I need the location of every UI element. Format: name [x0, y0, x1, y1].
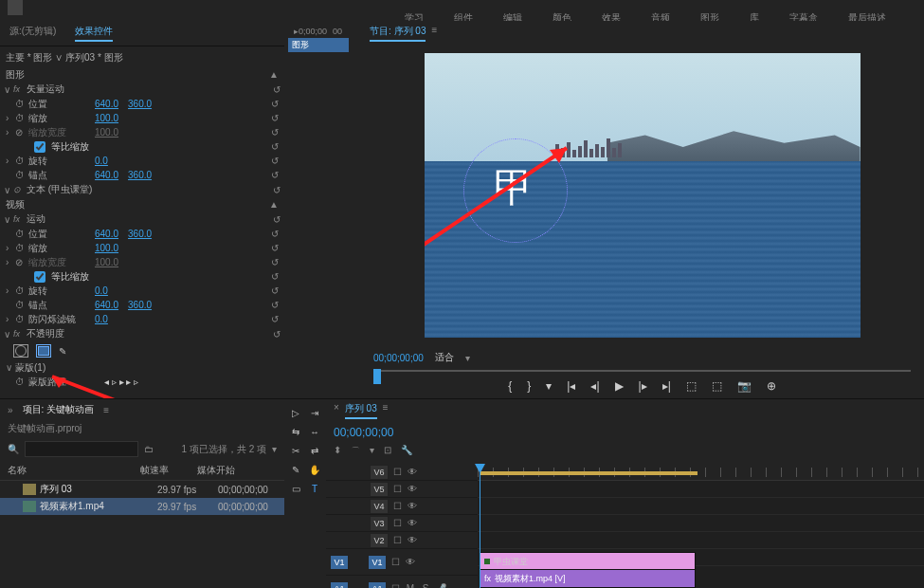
val-pos-x2[interactable]: 640.0 — [95, 229, 118, 239]
slip-tool[interactable]: ⇄ — [307, 443, 322, 458]
rect-tool[interactable]: ▭ — [288, 481, 303, 496]
eye-icon[interactable]: 👁 — [406, 467, 419, 477]
prop-vector-motion[interactable]: 矢量运动 — [27, 83, 83, 96]
solo-toggle[interactable]: S — [419, 583, 432, 588]
reset-icon[interactable]: ↺ — [271, 314, 279, 324]
voice-icon[interactable]: 🎤 — [434, 583, 447, 588]
val-anchor-x[interactable]: 640.0 — [95, 170, 118, 180]
track-a1[interactable]: A1 — [368, 581, 387, 589]
razor-tool[interactable]: ✂ — [288, 443, 303, 458]
reset-icon[interactable]: ↺ — [273, 214, 281, 225]
eye-icon[interactable]: 👁 — [406, 484, 419, 494]
collapse-icon[interactable]: › — [6, 127, 15, 138]
stopwatch-icon[interactable]: ⏱ — [15, 377, 28, 387]
ws-learn[interactable]: 学习 — [405, 11, 424, 21]
reset-icon[interactable]: ↺ — [271, 229, 279, 239]
add-marker-button[interactable]: ▾ — [546, 379, 552, 393]
mark-out-button[interactable]: } — [527, 379, 531, 393]
track-v5[interactable]: V5 — [370, 482, 389, 497]
track-output-toggle[interactable]: ☐ — [390, 535, 404, 545]
ws-graphics[interactable]: 图形 — [700, 11, 719, 21]
track-v1[interactable]: V1 — [368, 555, 387, 570]
go-out-button[interactable]: ▸| — [662, 379, 671, 393]
timeline-ruler[interactable] — [478, 464, 924, 481]
tab-menu-icon[interactable]: ≡ — [383, 402, 389, 419]
reset-icon[interactable]: ↺ — [271, 99, 279, 109]
val-rotation2[interactable]: 0.0 — [95, 285, 108, 296]
reset-icon[interactable]: ↺ — [273, 185, 281, 195]
stopwatch-icon[interactable]: ⏱ — [15, 285, 28, 296]
tab-program[interactable]: 节目: 序列 03 — [370, 25, 426, 42]
ws-assembly[interactable]: 组件 — [454, 11, 473, 21]
type-tool[interactable]: T — [307, 481, 322, 496]
tab-menu-icon[interactable]: ≡ — [431, 25, 437, 42]
stopwatch-icon[interactable]: ⏱ — [15, 156, 28, 166]
mark-in-button[interactable]: { — [508, 379, 512, 393]
rate-tool[interactable]: ↔ — [307, 424, 322, 439]
reset-icon[interactable]: ↺ — [271, 113, 279, 123]
insert-toggle[interactable]: ⊡ — [384, 445, 391, 458]
home-icon[interactable] — [8, 0, 23, 15]
text-overlay[interactable]: 甲 — [494, 161, 534, 214]
ws-color[interactable]: 颜色 — [553, 11, 571, 21]
stopwatch-icon[interactable]: ⏱ — [15, 300, 28, 310]
col-fps[interactable]: 帧速率 — [140, 464, 197, 477]
mask-rect-icon[interactable] — [36, 344, 51, 358]
reset-icon[interactable]: ↺ — [271, 156, 279, 166]
track-output-toggle[interactable]: ☐ — [389, 557, 402, 567]
col-name[interactable]: 名称 — [8, 464, 140, 477]
chevron-down-icon[interactable]: ▾ — [272, 444, 277, 454]
stopwatch-icon[interactable]: ⏱ — [15, 314, 28, 324]
track-output-toggle[interactable]: ☐ — [389, 583, 402, 588]
collapse-icon[interactable]: › — [6, 156, 15, 166]
clip-video[interactable]: fx视频素材1.mp4 [V] — [480, 569, 696, 588]
settings-button[interactable]: ⊕ — [767, 379, 776, 393]
val-scale2[interactable]: 100.0 — [95, 243, 118, 253]
program-zoom-fit[interactable]: 适合 — [435, 351, 454, 364]
reset-icon[interactable]: ↺ — [273, 84, 281, 95]
ws-lib[interactable]: 库 — [750, 11, 759, 21]
collapse-icon[interactable]: ∨ — [6, 362, 15, 373]
play-button[interactable]: ▶ — [615, 379, 624, 393]
track-v6[interactable]: V6 — [370, 465, 389, 480]
program-scrubber[interactable] — [373, 370, 911, 372]
tab-project[interactable]: 项目: 关键帧动画 — [23, 403, 95, 416]
val-pos-y2[interactable]: 360.0 — [128, 229, 152, 239]
collapse-icon[interactable]: › — [6, 285, 15, 296]
reset-icon[interactable]: ↺ — [271, 285, 279, 296]
collapse-icon[interactable]: › — [6, 243, 15, 253]
track-output-toggle[interactable]: ☐ — [390, 518, 404, 528]
val-pos-x[interactable]: 640.0 — [95, 99, 118, 109]
reset-icon[interactable]: ↺ — [271, 170, 279, 180]
reset-icon[interactable]: ↺ — [271, 243, 279, 253]
program-monitor[interactable]: 甲 — [425, 53, 861, 338]
eye-icon[interactable]: 👁 — [406, 501, 419, 511]
track-output-toggle[interactable]: ☐ — [390, 467, 404, 477]
ws-more[interactable]: 最后描述 — [848, 11, 886, 21]
track-v3[interactable]: V3 — [370, 516, 389, 531]
timeline-playhead[interactable] — [480, 464, 480, 588]
stopwatch-icon[interactable]: ⏱ — [15, 229, 28, 239]
marker-toggle[interactable]: ▾ — [370, 445, 374, 458]
reset-icon[interactable]: ↺ — [271, 271, 279, 282]
step-fwd-button[interactable]: |▸ — [639, 379, 647, 393]
hand-tool[interactable]: ✋ — [307, 462, 322, 477]
collapse-icon[interactable]: › — [6, 314, 15, 324]
val-antiflicker[interactable]: 0.0 — [95, 314, 108, 324]
val-pos-y[interactable]: 360.0 — [128, 99, 152, 109]
ws-edit[interactable]: 编辑 — [503, 11, 522, 21]
pen-tool[interactable]: ✎ — [288, 462, 303, 477]
collapse-icon[interactable]: ∨ — [4, 214, 13, 225]
playhead-icon[interactable] — [373, 369, 381, 384]
timeline-timecode[interactable]: 00;00;00;00 — [334, 426, 393, 439]
bin-icon[interactable]: 🗀 — [144, 444, 154, 454]
collapse-icon[interactable]: › — [6, 257, 15, 267]
track-v4[interactable]: V4 — [370, 499, 389, 514]
collapse-icon[interactable]: ∨ — [4, 84, 13, 95]
tab-effect-controls[interactable]: 效果控件 — [75, 25, 113, 42]
val-rotation[interactable]: 0.0 — [95, 156, 108, 166]
track-v2[interactable]: V2 — [370, 533, 389, 548]
stopwatch-icon[interactable]: ⏱ — [15, 99, 28, 109]
prop-mask[interactable]: 蒙版(1) — [15, 361, 72, 375]
search-icon[interactable]: 🔍 — [8, 444, 19, 454]
